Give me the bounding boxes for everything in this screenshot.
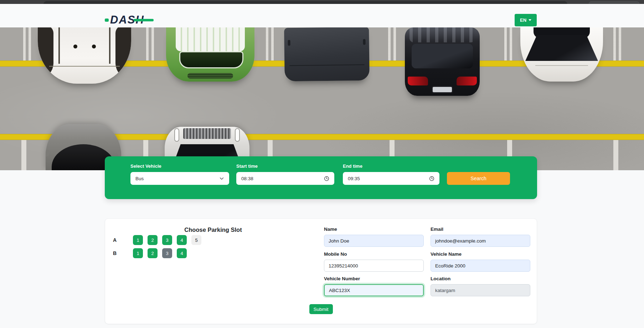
- car-roof-rail: [236, 129, 239, 141]
- parking-divider-line: [266, 27, 274, 61]
- parking-booking-page: DASH EN: [0, 0, 644, 328]
- clock-icon: [429, 176, 434, 181]
- car-wiper-dot: [73, 45, 77, 48]
- parking-divider-line: [23, 27, 31, 61]
- parking-divider-line: [504, 27, 512, 61]
- end-time-group: End time 09:35: [343, 163, 439, 185]
- caret-down-icon: [529, 19, 531, 21]
- location-label: Location: [431, 276, 530, 281]
- slot-b4[interactable]: 4: [177, 248, 187, 258]
- location-field-group: Location: [431, 276, 530, 296]
- vehicle-select[interactable]: Bus: [130, 172, 229, 185]
- car-windshield: [525, 35, 598, 61]
- slot-a3[interactable]: 3: [162, 235, 172, 245]
- slot-a4[interactable]: 4: [177, 235, 187, 245]
- vehicle-number-label: Vehicle Number: [324, 276, 424, 281]
- car-white-sedan: [520, 27, 603, 82]
- choose-parking-slot-title: Choose Parking Slot: [105, 227, 321, 233]
- language-dropdown-button[interactable]: EN: [515, 14, 537, 26]
- parking-divider-line: [613, 140, 618, 170]
- submit-button[interactable]: Submit: [309, 304, 333, 314]
- slot-row-label-b: B: [112, 248, 118, 258]
- car-roof-rail: [175, 129, 179, 141]
- search-panel: Select Vehicle Bus Start time 08:38 End …: [105, 156, 537, 199]
- slot-b2[interactable]: 2: [148, 248, 158, 258]
- car-seam: [290, 64, 364, 66]
- mobile-no-input[interactable]: [324, 260, 424, 272]
- slot-a5[interactable]: 5: [191, 235, 201, 245]
- car-pillar: [58, 27, 60, 64]
- name-label: Name: [324, 227, 424, 232]
- search-button[interactable]: Search: [447, 172, 510, 185]
- parking-divider-line: [146, 27, 154, 61]
- car-roof: [176, 27, 244, 51]
- booking-card: Choose Parking Slot A 1 2 3 4 5 B 1 2 3 …: [105, 218, 537, 324]
- slot-a2[interactable]: 2: [148, 235, 158, 245]
- car-mirror: [46, 150, 49, 156]
- location-input[interactable]: [431, 284, 530, 296]
- email-field-group: Email: [431, 227, 530, 247]
- parking-divider-line: [21, 140, 26, 170]
- parking-divider-line: [388, 27, 396, 61]
- car-fender: [38, 27, 53, 79]
- name-input[interactable]: [324, 235, 424, 247]
- slot-row-b: 1 2 3 4: [133, 248, 187, 258]
- chevron-down-icon: [219, 176, 224, 181]
- vehicle-number-input[interactable]: [324, 284, 424, 296]
- car-hood-line: [49, 66, 120, 67]
- site-header: DASH EN: [0, 4, 644, 27]
- car-taillight: [408, 77, 428, 85]
- car-green-van: [166, 27, 254, 82]
- car-roof-rack: [183, 128, 231, 139]
- slot-b3[interactable]: 3: [162, 248, 172, 258]
- logo-green-dot-icon: [105, 19, 109, 22]
- email-label: Email: [431, 227, 530, 232]
- car-black-suv: [405, 27, 480, 96]
- start-time-group: Start time 08:38: [236, 163, 334, 185]
- language-label: EN: [520, 17, 526, 23]
- slot-b1[interactable]: 1: [133, 248, 143, 258]
- car-windshield: [179, 51, 243, 69]
- end-time-label: End time: [343, 163, 439, 169]
- vehicle-name-field-group: Vehicle Name: [431, 251, 530, 272]
- start-time-input[interactable]: 08:38: [236, 172, 334, 185]
- name-field-group: Name: [324, 227, 424, 247]
- car-license-plate: [433, 87, 452, 92]
- car-pillar: [109, 27, 110, 64]
- logo-green-bar-icon: [134, 19, 154, 21]
- car-handle: [363, 39, 365, 45]
- car-rear-window: [412, 44, 473, 68]
- car-handle: [288, 40, 290, 46]
- car-hood-line: [535, 65, 588, 66]
- end-time-input[interactable]: 09:35: [343, 172, 439, 185]
- mobile-no-label: Mobile No: [324, 251, 424, 257]
- start-time-label: Start time: [236, 163, 334, 169]
- car-grille: [187, 73, 233, 79]
- parking-divider-line: [613, 27, 621, 61]
- clock-icon: [324, 176, 329, 181]
- slot-row-a: 1 2 3 4 5: [133, 235, 201, 245]
- start-time-value: 08:38: [241, 176, 253, 181]
- select-vehicle-label: Select Vehicle: [130, 163, 229, 169]
- slot-a1[interactable]: 1: [133, 235, 143, 245]
- car-wiper-dot: [92, 45, 96, 48]
- email-input[interactable]: [431, 235, 530, 247]
- vehicle-name-input[interactable]: [431, 260, 530, 272]
- slot-row-label-a: A: [112, 235, 118, 245]
- dash-logo[interactable]: DASH: [105, 12, 144, 27]
- car-roof: [409, 27, 475, 42]
- car-dark-gray-van: [284, 27, 370, 81]
- car-taillight: [457, 77, 477, 85]
- end-time-value: 09:35: [348, 176, 360, 181]
- vehicle-select-group: Select Vehicle Bus: [130, 163, 229, 185]
- parking-lot-hero-image: [0, 27, 644, 170]
- vehicle-name-label: Vehicle Name: [431, 251, 530, 257]
- vehicle-number-field-group: Vehicle Number: [324, 276, 424, 296]
- vehicle-select-value: Bus: [135, 176, 144, 181]
- browser-chrome-strip: [0, 0, 644, 4]
- car-mirror: [118, 150, 121, 156]
- mobile-field-group: Mobile No: [324, 251, 424, 272]
